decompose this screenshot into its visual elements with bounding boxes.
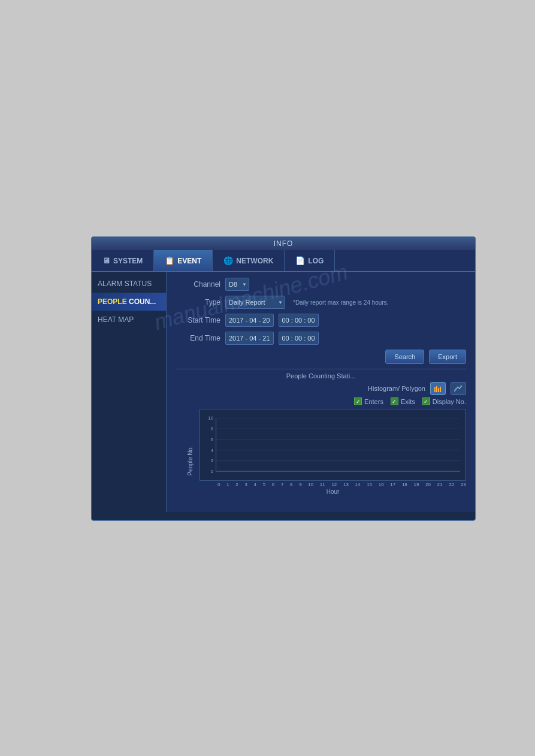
svg-rect-3 — [440, 387, 441, 392]
sidebar: ALARM STATUS PEOPLE COUN... HEAT MAP — [92, 272, 167, 512]
network-icon: 🌐 — [223, 256, 233, 265]
display-no-checkbox-item: ✓ Display No. — [422, 397, 466, 405]
line-chart-button[interactable] — [451, 382, 466, 395]
end-date-input[interactable]: 2017 - 04 - 21 — [225, 332, 274, 345]
start-time-row: Start Time 2017 - 04 - 20 00 : 00 : 00 — [176, 314, 466, 327]
enters-checkbox-item: ✓ Enters — [354, 397, 383, 405]
svg-text:6: 6 — [211, 437, 214, 442]
exits-label: Exits — [401, 398, 415, 405]
window-title: INFO — [274, 239, 294, 248]
svg-text:0: 0 — [211, 469, 214, 474]
tab-system[interactable]: 🖥 SYSTEM — [92, 250, 154, 271]
svg-text:4: 4 — [211, 448, 214, 453]
bar-chart-button[interactable] — [430, 382, 446, 395]
end-time-input[interactable]: 00 : 00 : 00 — [279, 332, 319, 345]
monitor-icon: 🖥 — [102, 256, 110, 265]
app-window: manualmachine.com INFO 🖥 SYSTEM 📋 EVENT … — [91, 236, 476, 521]
search-button[interactable]: Search — [385, 350, 424, 364]
log-icon: 📄 — [295, 256, 305, 265]
svg-text:10: 10 — [208, 415, 213, 421]
end-time-row: End Time 2017 - 04 - 21 00 : 00 : 00 — [176, 332, 466, 345]
x-axis-hour-label: Hour — [200, 488, 466, 495]
tab-network-label: NETWORK — [236, 257, 273, 265]
channel-select[interactable]: D8 D1 D2 D3 — [225, 278, 249, 291]
start-date-input[interactable]: 2017 - 04 - 20 — [225, 314, 274, 327]
start-time-input[interactable]: 00 : 00 : 00 — [279, 314, 319, 327]
chart-area: 10 8 6 4 2 0 0 1 2 — [200, 409, 466, 495]
alarm-status-label: ALARM STATUS — [98, 280, 152, 288]
people-count-highlight: PEOPLE — [98, 297, 127, 306]
svg-point-7 — [459, 388, 460, 389]
type-select[interactable]: Daily Report Monthly Report — [225, 296, 285, 309]
svg-rect-1 — [436, 386, 437, 392]
chart-title-text: People Counting Stati... — [286, 372, 356, 379]
display-no-checkbox[interactable]: ✓ — [422, 397, 430, 405]
channel-select-wrapper: D8 D1 D2 D3 — [225, 278, 249, 291]
btn-row: Search Export — [176, 350, 466, 364]
type-row: Type Daily Report Monthly Report *Daily … — [176, 296, 466, 309]
svg-rect-0 — [434, 387, 436, 392]
export-button[interactable]: Export — [429, 350, 466, 364]
channel-row: Channel D8 D1 D2 D3 — [176, 278, 466, 291]
start-time-label: Start Time — [176, 316, 220, 324]
y-axis-label: People No. — [187, 446, 194, 475]
title-bar: INFO — [92, 237, 475, 250]
tab-event-label: EVENT — [177, 257, 201, 265]
tab-log[interactable]: 📄 LOG — [285, 250, 335, 271]
start-date-value: 2017 - 04 - 20 — [229, 317, 270, 324]
histogram-polygon-label: Histogram/ Polygon — [368, 385, 425, 392]
tab-event[interactable]: 📋 EVENT — [154, 250, 213, 271]
enters-checkbox[interactable]: ✓ — [354, 397, 362, 405]
svg-point-5 — [455, 388, 457, 390]
svg-text:8: 8 — [211, 426, 214, 432]
type-note: *Daily report max range is 24 hours. — [293, 299, 389, 306]
svg-point-6 — [457, 387, 458, 388]
sidebar-item-alarm-status[interactable]: ALARM STATUS — [92, 275, 166, 293]
type-select-wrapper: Daily Report Monthly Report — [225, 296, 285, 309]
chart-controls: Histogram/ Polygon — [176, 382, 466, 395]
start-time-value: 00 : 00 : 00 — [282, 317, 315, 324]
tab-system-label: SYSTEM — [113, 257, 143, 265]
bar-chart-icon — [434, 385, 442, 392]
checkboxes-row: ✓ Enters ✓ Exits ✓ Display No. — [176, 397, 466, 405]
people-count-label: PEOPLE COUN... — [98, 297, 156, 306]
svg-point-8 — [461, 385, 462, 387]
end-time-value: 00 : 00 : 00 — [282, 335, 315, 342]
line-chart-icon — [454, 385, 463, 392]
svg-text:2: 2 — [211, 458, 214, 463]
type-label: Type — [176, 298, 220, 306]
x-axis-labels: 0 1 2 3 4 5 6 7 8 9 10 11 12 13 — [200, 482, 466, 487]
content-area: Channel D8 D1 D2 D3 Type Daily Report — [167, 272, 475, 512]
enters-label: Enters — [364, 398, 383, 405]
svg-rect-2 — [438, 388, 439, 392]
chart-svg: 10 8 6 4 2 0 — [200, 409, 466, 481]
exits-checkbox-item: ✓ Exits — [391, 397, 415, 405]
divider — [176, 369, 466, 369]
tab-bar: 🖥 SYSTEM 📋 EVENT 🌐 NETWORK 📄 LOG — [92, 250, 475, 272]
main-content: ALARM STATUS PEOPLE COUN... HEAT MAP Cha… — [92, 272, 475, 512]
heat-map-label: HEAT MAP — [98, 315, 134, 324]
tab-log-label: LOG — [308, 257, 324, 265]
chart-title: People Counting Stati... — [176, 372, 466, 379]
chart-container: People No. 10 8 6 4 — [176, 409, 466, 512]
end-time-label: End Time — [176, 334, 220, 342]
sidebar-item-people-count[interactable]: PEOPLE COUN... — [92, 293, 166, 311]
channel-label: Channel — [176, 280, 220, 289]
exits-checkbox[interactable]: ✓ — [391, 397, 398, 405]
end-date-value: 2017 - 04 - 21 — [229, 335, 270, 342]
tab-network[interactable]: 🌐 NETWORK — [213, 250, 285, 271]
display-no-label: Display No. — [433, 398, 466, 405]
event-icon: 📋 — [165, 256, 174, 265]
sidebar-item-heat-map[interactable]: HEAT MAP — [92, 311, 166, 329]
